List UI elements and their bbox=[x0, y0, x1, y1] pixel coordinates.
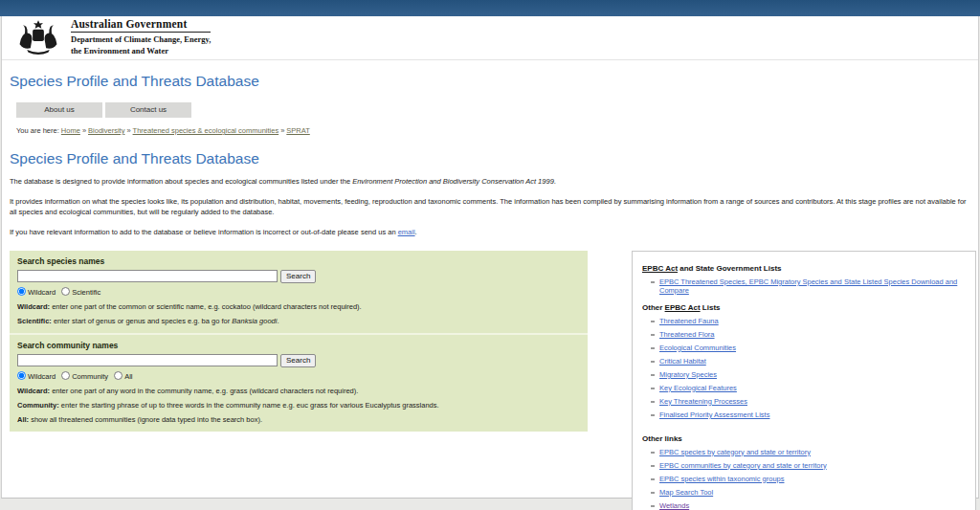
radio-button[interactable] bbox=[114, 371, 122, 380]
radio-label: All bbox=[124, 372, 132, 381]
act-name-italic: Environment Protection and Biodiversity … bbox=[352, 177, 554, 186]
help-line: Community: enter the starting phrase of … bbox=[17, 401, 580, 410]
sidebar-link[interactable]: Key Threatening Processes bbox=[659, 397, 747, 406]
radio-button[interactable] bbox=[17, 371, 26, 380]
email-link[interactable]: email bbox=[398, 228, 415, 236]
help-lead: Wildcard: bbox=[17, 387, 50, 395]
sidebar-link[interactable]: EPBC species within taxonomic groups bbox=[659, 475, 784, 483]
community-search-button[interactable]: Search bbox=[280, 354, 316, 367]
radio-option[interactable]: Community bbox=[61, 372, 108, 381]
page-container: Australian Government Department of Clim… bbox=[1, 16, 979, 499]
help-line: All: show all threatened communities (ig… bbox=[17, 415, 580, 424]
radio-option[interactable]: All bbox=[114, 372, 132, 381]
epbc-state-lists: EPBC Threatened Species, EPBC Migratory … bbox=[642, 277, 966, 295]
sidebar-list-item: Threatened Flora bbox=[650, 330, 966, 339]
breadcrumb-link[interactable]: Home bbox=[61, 126, 80, 135]
heading-abbr: EPBC Act bbox=[642, 264, 678, 273]
help-lead: All: bbox=[17, 415, 29, 424]
sidebar-link[interactable]: Migratory Species bbox=[659, 370, 717, 379]
sidebar-link[interactable]: Ecological Communities bbox=[659, 344, 736, 352]
species-search-section: Search species names Search WildcardScie… bbox=[10, 251, 588, 333]
nav-tab[interactable]: Contact us bbox=[105, 102, 191, 118]
help-line: Scientific: enter start of genus or genu… bbox=[17, 317, 580, 325]
breadcrumb-item: Home» bbox=[61, 126, 88, 135]
radio-label: Wildcard bbox=[28, 288, 56, 297]
community-search-row: Search bbox=[17, 354, 580, 367]
breadcrumb: You are here: Home»Biodiversity»Threaten… bbox=[16, 126, 978, 135]
breadcrumb-prefix: You are here: bbox=[16, 126, 59, 135]
help-line: Wildcard: enter one part of the common o… bbox=[17, 302, 580, 311]
radio-label: Scientific bbox=[72, 288, 100, 297]
government-titles: Australian Government Department of Clim… bbox=[71, 18, 211, 55]
breadcrumb-item: SPRAT bbox=[286, 126, 313, 135]
sidebar-link[interactable]: Wetlands bbox=[659, 501, 689, 510]
nav-tab[interactable]: About us bbox=[16, 102, 102, 118]
breadcrumb-link[interactable]: Threatened species & ecological communit… bbox=[133, 126, 279, 135]
paragraph-text: . bbox=[554, 177, 556, 186]
help-after: . bbox=[277, 317, 278, 325]
sidebar-list-item: Threatened Fauna bbox=[650, 317, 966, 325]
community-help-lines: Wildcard: enter one part of any word in … bbox=[17, 387, 580, 424]
species-search-input[interactable] bbox=[17, 270, 278, 282]
site-title: Species Profile and Threats Database bbox=[10, 73, 978, 90]
help-lead: Community: bbox=[17, 401, 59, 410]
breadcrumb-separator: » bbox=[280, 126, 284, 135]
species-help-lines: Wildcard: enter one part of the common o… bbox=[17, 302, 580, 325]
sidebar-link[interactable]: Threatened Fauna bbox=[659, 317, 719, 325]
sidebar-link[interactable]: Critical Habitat bbox=[659, 357, 706, 366]
radio-button[interactable] bbox=[61, 287, 70, 296]
sidebar-heading-epbc-state-lists: EPBC Act and State Government Lists bbox=[642, 264, 966, 273]
help-lead: Scientific: bbox=[17, 317, 52, 325]
sidebar-link[interactable]: EPBC species by category and state or te… bbox=[659, 448, 811, 456]
breadcrumb-item: Threatened species & ecological communit… bbox=[133, 126, 287, 135]
help-text: enter one part of any word in the commun… bbox=[50, 387, 358, 395]
sidebar-link[interactable]: EPBC communities by category and state o… bbox=[659, 461, 827, 470]
sidebar-link[interactable]: Finalised Priority Assessment Lists bbox=[659, 410, 769, 419]
radio-option[interactable]: Wildcard bbox=[17, 288, 56, 297]
sidebar-link[interactable]: Key Ecological Features bbox=[659, 384, 737, 392]
sidebar-list-item: Map Search Tool bbox=[650, 488, 966, 497]
help-text: enter the starting phrase of up to three… bbox=[59, 401, 439, 410]
paragraph-text: The database is designed to provide info… bbox=[10, 177, 352, 186]
sidebar-list-item: Critical Habitat bbox=[650, 357, 966, 366]
links-sidebar: EPBC Act and State Government Lists EPBC… bbox=[632, 251, 976, 510]
department-line1: Department of Climate Change, Energy, bbox=[71, 34, 211, 45]
community-search-heading: Search community names bbox=[17, 341, 580, 350]
sidebar-list-item: EPBC communities by category and state o… bbox=[650, 461, 966, 470]
gov-title: Australian Government bbox=[71, 18, 211, 30]
department-line2: the Environment and Water bbox=[71, 46, 211, 56]
heading-abbr: EPBC Act bbox=[665, 303, 701, 312]
sidebar-heading-other-links: Other links bbox=[642, 434, 966, 443]
breadcrumb-separator: » bbox=[126, 126, 130, 135]
page-title: Species Profile and Threats Database bbox=[10, 150, 978, 167]
breadcrumb-link[interactable]: Biodiversity bbox=[88, 126, 124, 135]
sidebar-list-item: Ecological Communities bbox=[650, 344, 966, 352]
sidebar-link[interactable]: EPBC Threatened Species, EPBC Migratory … bbox=[659, 277, 957, 295]
sidebar-link[interactable]: Threatened Flora bbox=[659, 330, 715, 339]
radio-option[interactable]: Scientific bbox=[61, 288, 100, 297]
breadcrumb-item: Biodiversity» bbox=[88, 126, 133, 135]
species-radio-group: WildcardScientific bbox=[17, 287, 580, 297]
heading-text: Other links bbox=[642, 434, 682, 443]
species-search-button[interactable]: Search bbox=[280, 270, 316, 283]
radio-button[interactable] bbox=[61, 371, 70, 380]
radio-button[interactable] bbox=[17, 287, 26, 296]
nav-tabs: About usContact us bbox=[16, 99, 978, 118]
breadcrumb-link[interactable]: SPRAT bbox=[286, 126, 309, 135]
top-government-bar bbox=[0, 0, 980, 16]
sidebar-list-item: EPBC species within taxonomic groups bbox=[650, 475, 966, 483]
community-radio-group: WildcardCommunityAll bbox=[17, 371, 580, 381]
sidebar-list-item: Wetlands bbox=[650, 501, 966, 510]
help-text: enter start of genus or genus and specie… bbox=[52, 317, 232, 325]
other-links-list: EPBC species by category and state or te… bbox=[642, 448, 966, 510]
community-search-input[interactable] bbox=[17, 354, 278, 366]
sidebar-list-item: Finalised Priority Assessment Lists bbox=[650, 410, 966, 419]
other-epbc-lists: Threatened FaunaThreatened FloraEcologic… bbox=[642, 317, 966, 419]
sidebar-list-item: Key Threatening Processes bbox=[650, 397, 966, 406]
heading-text: Lists bbox=[701, 303, 721, 312]
intro-paragraph-1: The database is designed to provide info… bbox=[10, 177, 970, 188]
help-text: show all threatened communities (ignore … bbox=[29, 415, 262, 424]
sidebar-link[interactable]: Map Search Tool bbox=[659, 488, 713, 497]
heading-text: Other bbox=[642, 303, 665, 312]
radio-option[interactable]: Wildcard bbox=[17, 372, 56, 381]
